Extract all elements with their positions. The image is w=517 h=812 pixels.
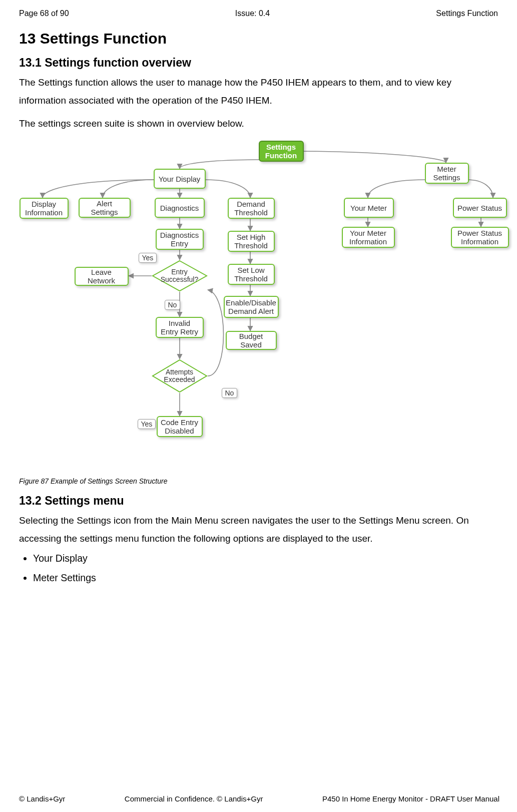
node-invalid-entry-retry: Invalid Entry Retry: [156, 317, 204, 338]
footer-left: © Landis+Gyr: [19, 794, 65, 803]
footer-center: Commercial in Confidence. © Landis+Gyr: [125, 794, 263, 803]
decision-label-yes-2: Yes: [138, 419, 156, 429]
section-heading: 13 Settings Function: [19, 30, 498, 47]
node-your-display: Your Display: [154, 169, 206, 189]
header-center: Issue: 0.4: [235, 9, 270, 18]
paragraph-overview-2: The settings screen suite is shown in ov…: [19, 115, 498, 133]
node-budget-saved: Budget Saved: [226, 331, 277, 350]
page-footer: © Landis+Gyr Commercial in Confidence. ©…: [19, 794, 499, 803]
subsection-heading-overview: 13.1 Settings function overview: [19, 56, 498, 70]
node-leave-network: Leave Network: [75, 267, 129, 286]
decision-label-no-1: No: [165, 300, 181, 310]
page-header: Page 68 of 90 Issue: 0.4 Settings Functi…: [19, 9, 498, 18]
header-right: Settings Function: [436, 9, 498, 18]
header-left: Page 68 of 90: [19, 9, 69, 18]
node-alert-settings: Alert Settings: [79, 198, 131, 218]
settings-flow-diagram: Settings Function Your Display Meter Set…: [20, 139, 498, 474]
figure-caption: Figure 87 Example of Settings Screen Str…: [19, 477, 498, 485]
subsection-heading-menu: 13.2 Settings menu: [19, 494, 498, 508]
node-code-entry-disabled: Code Entry Disabled: [157, 416, 203, 437]
node-power-status: Power Status: [453, 198, 507, 218]
paragraph-menu: Selecting the Settings icon from the Mai…: [19, 512, 498, 548]
decision-label-no-2: No: [222, 388, 238, 398]
bullet-list: Your Display Meter Settings: [33, 553, 498, 584]
footer-right: P450 In Home Energy Monitor - DRAFT User…: [322, 794, 499, 803]
node-set-low-threshold: Set Low Threshold: [228, 264, 275, 285]
node-your-meter: Your Meter: [344, 198, 394, 218]
node-settings-function: Settings Function: [259, 141, 304, 162]
node-demand-threshold: Demand Threshold: [228, 198, 275, 219]
node-diagnostics: Diagnostics: [155, 198, 205, 218]
paragraph-overview-1: The Settings function allows the user to…: [19, 74, 498, 110]
decision-attempts-exceeded: Attempts Exceeded: [152, 359, 208, 393]
node-set-high-threshold: Set High Threshold: [228, 231, 275, 252]
node-power-status-information: Power Status Information: [451, 227, 509, 248]
node-display-information: Display Information: [20, 198, 69, 219]
node-your-meter-information: Your Meter Information: [342, 227, 395, 248]
node-diagnostics-entry: Diagnostics Entry: [156, 229, 204, 250]
list-item: Your Display: [33, 553, 498, 564]
list-item: Meter Settings: [33, 572, 498, 584]
decision-entry-successful: Entry Successful?: [152, 260, 208, 292]
node-meter-settings: Meter Settings: [425, 163, 469, 184]
node-enable-disable-demand-alert: Enable/Disable Demand Alert: [224, 296, 279, 318]
